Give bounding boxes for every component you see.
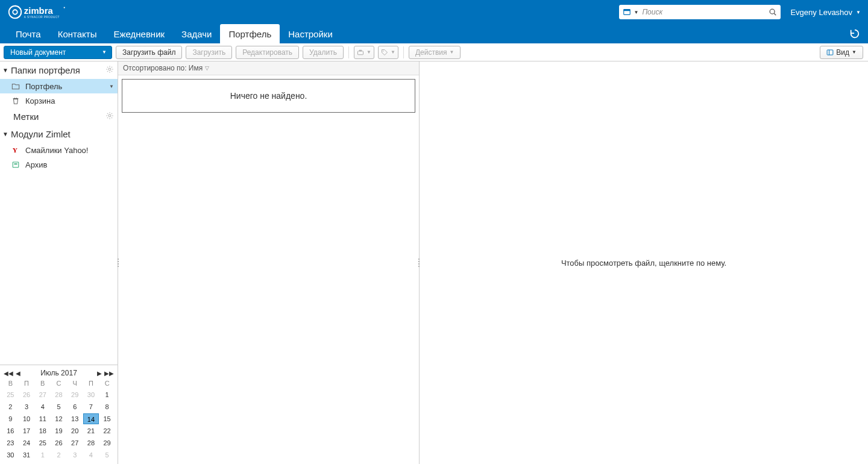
svg-line-8: [775, 13, 776, 15]
sort-label: Отсортировано по: Имя: [123, 64, 203, 72]
sidebar-item-zimlet-archive[interactable]: Архив: [0, 157, 118, 172]
calendar-day[interactable]: 27: [67, 437, 83, 448]
calendar-day[interactable]: 17: [19, 425, 35, 436]
calendar-day[interactable]: 14: [83, 413, 99, 424]
chevron-down-icon: ▼: [102, 49, 107, 55]
calendar-day[interactable]: 1: [99, 389, 115, 400]
calendar-day[interactable]: 31: [19, 450, 35, 460]
calendar-day[interactable]: 3: [67, 450, 83, 460]
calendar-day[interactable]: 23: [2, 437, 19, 448]
cal-prev-month-icon[interactable]: ◀: [16, 370, 20, 377]
preview-panel: Чтобы просмотреть файл, щелкните по нему…: [420, 61, 868, 464]
calendar-day[interactable]: 11: [34, 413, 51, 424]
calendar-day[interactable]: 30: [83, 389, 99, 400]
calendar-day[interactable]: 10: [19, 413, 35, 424]
tab-calendar[interactable]: Ежедневник: [105, 24, 173, 43]
cal-next-year-icon[interactable]: ▶▶: [104, 370, 114, 377]
calendar-day[interactable]: 22: [99, 425, 115, 436]
upload-file-button[interactable]: Загрузить файл: [116, 46, 182, 59]
calendar-day[interactable]: 28: [83, 437, 99, 448]
calendar-day[interactable]: 2: [51, 450, 67, 460]
search-input[interactable]: [642, 8, 769, 16]
calendar-day[interactable]: 2: [2, 401, 19, 412]
calendar-day[interactable]: 13: [67, 413, 83, 424]
calendar-dow: Ч: [67, 380, 83, 388]
sidebar: ▼ Папки портфеля Портфель ▼: [0, 61, 118, 464]
calendar-day[interactable]: 6: [67, 401, 83, 412]
sidebar-section-zimlets[interactable]: ▼ Модули Zimlet: [0, 125, 118, 143]
tab-mail[interactable]: Почта: [7, 24, 49, 43]
chevron-down-icon[interactable]: ▼: [109, 84, 114, 89]
chevron-down-icon: ▼: [852, 49, 857, 55]
gear-icon[interactable]: [105, 111, 114, 122]
user-name: Evgeny Levashov: [790, 8, 852, 17]
sidebar-item-briefcase[interactable]: Портфель ▼: [0, 79, 118, 93]
preview-prompt: Чтобы просмотреть файл, щелкните по нему…: [561, 259, 726, 268]
view-menu-button[interactable]: Вид ▼: [820, 46, 863, 59]
refresh-icon[interactable]: [849, 28, 861, 40]
chevron-down-icon: ▼: [391, 49, 395, 55]
calendar-day[interactable]: 12: [51, 413, 67, 424]
calendar-day[interactable]: 18: [34, 425, 51, 436]
calendar-day[interactable]: 29: [99, 437, 115, 448]
svg-text:zimbra: zimbra: [24, 6, 54, 16]
toolbar-separator: [348, 46, 349, 58]
sidebar-item-zimlet-yahoo[interactable]: Y Смайлики Yahoo!: [0, 143, 118, 157]
brand-logo: zimbra A SYNACOR PRODUCT: [7, 4, 86, 20]
calendar-day[interactable]: 20: [67, 425, 83, 436]
search-icon[interactable]: [769, 8, 777, 16]
sort-bar[interactable]: Отсортировано по: Имя ▽: [118, 61, 419, 75]
collapse-icon[interactable]: ▼: [2, 131, 8, 137]
sort-direction-icon[interactable]: ▽: [205, 65, 209, 71]
tab-briefcase[interactable]: Портфель: [220, 24, 280, 43]
calendar-title[interactable]: Июль 2017: [40, 369, 77, 377]
calendar-day[interactable]: 16: [2, 425, 19, 436]
svg-text:A SYNACOR PRODUCT: A SYNACOR PRODUCT: [24, 16, 60, 19]
calendar-day[interactable]: 7: [83, 401, 99, 412]
calendar-day[interactable]: 26: [19, 389, 35, 400]
sidebar-splitter[interactable]: [116, 254, 121, 271]
sidebar-section-folders[interactable]: ▼ Папки портфеля: [0, 61, 118, 79]
sidebar-item-trash[interactable]: Корзина: [0, 93, 118, 108]
gear-icon[interactable]: [105, 65, 114, 75]
empty-list-message: Ничего не найдено.: [122, 79, 415, 113]
cal-next-month-icon[interactable]: ▶: [97, 370, 102, 377]
calendar-day[interactable]: 24: [19, 437, 35, 448]
chevron-down-icon[interactable]: ▼: [634, 10, 638, 15]
calendar-day[interactable]: 25: [34, 437, 51, 448]
calendar-day[interactable]: 26: [51, 437, 67, 448]
calendar-day[interactable]: 21: [83, 425, 99, 436]
calendar-day[interactable]: 29: [67, 389, 83, 400]
tab-tasks[interactable]: Задачи: [173, 24, 220, 43]
calendar-day[interactable]: 1: [34, 450, 51, 460]
calendar-day[interactable]: 5: [99, 450, 115, 460]
folders-title: Папки портфеля: [11, 65, 80, 75]
tab-settings[interactable]: Настройки: [280, 24, 341, 43]
svg-line-34: [112, 113, 112, 114]
sidebar-section-tags[interactable]: Метки: [0, 108, 118, 125]
search-scope-icon[interactable]: [623, 8, 631, 16]
app-header: zimbra A SYNACOR PRODUCT ▼ Evgeny Levash…: [0, 0, 868, 24]
cal-prev-year-icon[interactable]: ◀◀: [4, 370, 13, 377]
calendar-day[interactable]: 27: [34, 389, 51, 400]
tab-contacts[interactable]: Контакты: [49, 24, 105, 43]
calendar-day[interactable]: 15: [99, 413, 115, 424]
calendar-day[interactable]: 9: [2, 413, 19, 424]
tags-title: Метки: [13, 111, 39, 122]
calendar-day[interactable]: 19: [51, 425, 67, 436]
delete-button: Удалить: [303, 46, 344, 59]
sidebar-item-label: Смайлики Yahoo!: [25, 146, 88, 155]
svg-line-33: [107, 118, 108, 118]
calendar-day[interactable]: 5: [51, 401, 67, 412]
calendar-day[interactable]: 25: [2, 389, 19, 400]
calendar-day[interactable]: 4: [34, 401, 51, 412]
search-box[interactable]: ▼: [619, 5, 781, 19]
calendar-day[interactable]: 4: [83, 450, 99, 460]
calendar-day[interactable]: 3: [19, 401, 35, 412]
calendar-day[interactable]: 28: [51, 389, 67, 400]
calendar-day[interactable]: 30: [2, 450, 19, 460]
collapse-icon[interactable]: ▼: [2, 67, 8, 74]
user-menu[interactable]: Evgeny Levashov ▼: [790, 8, 861, 17]
new-document-button[interactable]: Новый документ ▼: [4, 46, 112, 59]
calendar-day[interactable]: 8: [99, 401, 115, 412]
